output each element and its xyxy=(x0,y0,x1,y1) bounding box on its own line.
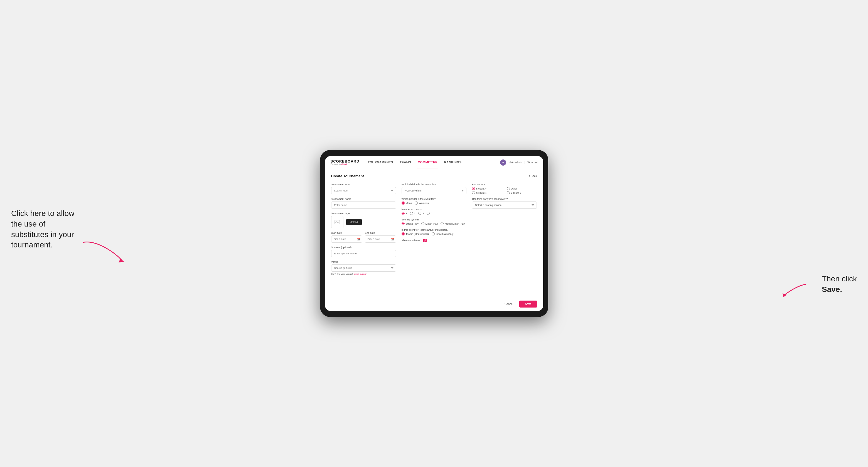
tournament-host-label: Tournament Host xyxy=(331,183,396,186)
format-other-radio[interactable] xyxy=(507,187,510,190)
calendar-icon-end: 📅 xyxy=(391,238,394,241)
rounds-radio-group: 1 2 3 xyxy=(402,212,466,215)
scoring-match-radio[interactable] xyxy=(421,222,425,225)
end-date-wrapper: 📅 xyxy=(365,236,396,243)
teams-option[interactable]: Teams (+Individuals) xyxy=(402,232,429,236)
venue-hint: Can't find your venue? email support xyxy=(331,273,396,275)
tablet-device: SCOREBOARD Powered by clippd TOURNAMENTS… xyxy=(320,150,548,317)
navigation: SCOREBOARD Powered by clippd TOURNAMENTS… xyxy=(325,156,543,169)
logo-scoreboard: SCOREBOARD xyxy=(331,159,360,163)
division-select[interactable]: NCAA Division I xyxy=(402,187,466,194)
tournament-logo-group: Tournament logo Upload xyxy=(331,212,396,228)
save-button[interactable]: Save xyxy=(519,301,537,308)
sponsor-input[interactable] xyxy=(331,250,396,257)
nav-tournaments[interactable]: TOURNAMENTS xyxy=(367,157,394,168)
page-wrapper: Click here to allow the use of substitut… xyxy=(11,150,857,317)
page-header: Create Tournament < Back xyxy=(331,174,537,178)
substitutes-checkbox-group: Allow substitutes? xyxy=(402,239,466,242)
scoring-service-group: Use third-party live scoring API? Select… xyxy=(472,197,537,209)
rounds-1[interactable]: 1 xyxy=(402,212,407,215)
form-footer: Cancel Save xyxy=(325,297,543,311)
format-5count4[interactable]: 5 count 4 xyxy=(472,187,502,190)
rounds-3-radio[interactable] xyxy=(418,212,421,215)
nav-committee[interactable]: COMMITTEE xyxy=(417,157,438,168)
end-date-label: End date xyxy=(365,231,396,234)
nav-rankings[interactable]: RANKINGS xyxy=(443,157,462,168)
format-label: Format type xyxy=(472,183,537,186)
rounds-group: Number of rounds 1 2 xyxy=(402,208,466,215)
svg-marker-0 xyxy=(119,258,124,262)
annotation-right: Then click Save. xyxy=(822,274,857,295)
logo-area: SCOREBOARD Powered by clippd xyxy=(331,159,360,165)
date-row: Start date 📅 End date 📅 xyxy=(331,231,396,243)
scoring-match[interactable]: Match Play xyxy=(421,222,438,225)
tournament-name-input[interactable] xyxy=(331,201,396,209)
svg-rect-2 xyxy=(335,220,340,224)
logo-placeholder xyxy=(331,216,343,228)
tournament-host-group: Tournament Host xyxy=(331,183,396,194)
gender-mens[interactable]: Mens xyxy=(402,201,412,205)
start-date-label: Start date xyxy=(331,231,362,234)
format-6count5-radio[interactable] xyxy=(507,191,510,194)
end-date-group: End date 📅 xyxy=(365,231,396,243)
substitutes-checkbox[interactable] xyxy=(423,239,427,242)
logo-upload-area: Upload xyxy=(331,216,396,228)
venue-group: Venue Can't find your venue? email suppo… xyxy=(331,260,396,275)
format-6count4[interactable]: 6 count 4 xyxy=(472,191,502,194)
teams-radio-group: Teams (+Individuals) Individuals Only xyxy=(402,232,466,236)
nav-teams[interactable]: TEAMS xyxy=(399,157,412,168)
venue-input[interactable] xyxy=(331,264,396,272)
division-label: Which division is the event for? xyxy=(402,183,466,186)
scoring-medal[interactable]: Medal Match Play xyxy=(440,222,465,225)
user-label: blair admin xyxy=(508,161,522,164)
venue-label: Venue xyxy=(331,260,396,263)
gender-womens-radio[interactable] xyxy=(415,201,418,205)
scoring-group: Scoring system Stroke Play Match Play xyxy=(402,218,466,225)
scoring-medal-radio[interactable] xyxy=(440,222,443,225)
rounds-3[interactable]: 3 xyxy=(418,212,424,215)
cancel-button[interactable]: Cancel xyxy=(501,301,517,308)
sponsor-group: Sponsor (optional) xyxy=(331,246,396,257)
start-date-wrapper: 📅 xyxy=(331,236,362,243)
tournament-host-input[interactable] xyxy=(331,187,396,194)
tournament-name-group: Tournament name xyxy=(331,197,396,209)
tournament-name-label: Tournament name xyxy=(331,197,396,200)
upload-button[interactable]: Upload xyxy=(346,219,362,225)
format-6count5[interactable]: 6 count 5 xyxy=(507,191,537,194)
arrow-container-left xyxy=(80,237,125,266)
individuals-option[interactable]: Individuals Only xyxy=(432,232,454,236)
rounds-4[interactable]: 4 xyxy=(427,212,432,215)
rounds-2-radio[interactable] xyxy=(410,212,413,215)
form-grid: Tournament Host Tournament name Tourname… xyxy=(331,183,537,279)
scoring-service-select[interactable]: Select a scoring service xyxy=(472,201,537,209)
start-date-group: Start date 📅 xyxy=(331,231,362,243)
form-col-2: Which division is the event for? NCAA Di… xyxy=(402,183,466,279)
email-support-link[interactable]: email support xyxy=(354,273,367,275)
gender-womens[interactable]: Womens xyxy=(415,201,429,205)
main-content: Create Tournament < Back Tournament Host… xyxy=(325,169,543,297)
gender-mens-radio[interactable] xyxy=(402,201,405,205)
svg-marker-1 xyxy=(782,293,787,297)
rounds-1-radio[interactable] xyxy=(402,212,405,215)
arrow-left-svg xyxy=(80,237,125,265)
avatar: B xyxy=(500,159,506,165)
substitutes-label: Allow substitutes? xyxy=(402,239,422,242)
format-group: Format type 5 count 4 Other xyxy=(472,183,537,194)
format-6count4-radio[interactable] xyxy=(472,191,475,194)
individuals-radio[interactable] xyxy=(432,232,435,236)
rounds-label: Number of rounds xyxy=(402,208,466,211)
gender-group: Which gender is the event for? Mens Wome… xyxy=(402,197,466,205)
tablet-screen: SCOREBOARD Powered by clippd TOURNAMENTS… xyxy=(325,156,543,311)
rounds-4-radio[interactable] xyxy=(427,212,430,215)
division-group: Which division is the event for? NCAA Di… xyxy=(402,183,466,194)
teams-radio[interactable] xyxy=(402,232,405,236)
format-other[interactable]: Other xyxy=(507,187,537,190)
format-5count4-radio[interactable] xyxy=(472,187,475,190)
scoring-stroke-radio[interactable] xyxy=(402,222,405,225)
form-col-1: Tournament Host Tournament name Tourname… xyxy=(331,183,396,279)
sign-out-link[interactable]: Sign out xyxy=(527,161,538,164)
rounds-2[interactable]: 2 xyxy=(410,212,415,215)
back-link[interactable]: < Back xyxy=(528,175,537,178)
page-title: Create Tournament xyxy=(331,174,364,178)
scoring-stroke[interactable]: Stroke Play xyxy=(402,222,418,225)
